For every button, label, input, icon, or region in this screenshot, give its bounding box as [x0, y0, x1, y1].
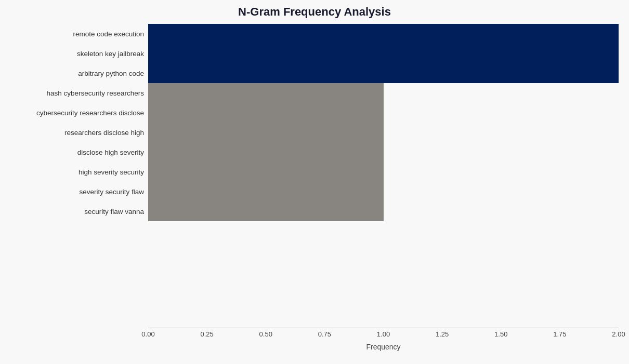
x-axis-line: [148, 328, 619, 328]
bar-label: skeleton key jailbreak: [10, 50, 148, 58]
bar-fill: [148, 201, 384, 221]
bar-label: high severity security: [10, 168, 148, 176]
bar-fill: [148, 142, 384, 162]
x-tick: 0.75: [318, 330, 331, 338]
bar-label: hash cybersecurity researchers: [10, 89, 148, 97]
bar-row: arbitrary python code: [10, 63, 619, 83]
x-tick: 0.50: [259, 330, 272, 338]
x-tick: 1.75: [553, 330, 566, 338]
bar-fill: [148, 63, 619, 83]
bar-row: cybersecurity researchers disclose: [10, 103, 619, 123]
x-axis-label: Frequency: [148, 343, 619, 351]
x-axis: 0.000.250.500.751.001.251.501.752.00 Fre…: [10, 328, 619, 354]
bar-fill: [148, 123, 384, 142]
bar-track: [148, 201, 619, 221]
bar-row: severity security flaw: [10, 182, 619, 201]
bar-fill: [148, 182, 384, 201]
x-tick: 0.25: [200, 330, 213, 338]
bar-label: security flaw vanna: [10, 208, 148, 215]
chart-container: N-Gram Frequency Analysis remote code ex…: [0, 0, 629, 364]
bar-label: cybersecurity researchers disclose: [10, 109, 148, 117]
x-tick: 0.00: [141, 330, 154, 338]
bar-track: [148, 83, 619, 103]
bar-track: [148, 63, 619, 83]
x-tick: 2.00: [612, 330, 625, 338]
x-ticks: 0.000.250.500.751.001.251.501.752.00: [148, 330, 619, 341]
bar-fill: [148, 24, 619, 44]
bar-track: [148, 24, 619, 44]
bar-track: [148, 103, 619, 123]
bar-row: researchers disclose high: [10, 123, 619, 142]
x-tick: 1.00: [377, 330, 390, 338]
bar-fill: [148, 103, 384, 123]
bar-label: arbitrary python code: [10, 70, 148, 77]
bar-fill: [148, 162, 384, 182]
bar-row: security flaw vanna: [10, 201, 619, 221]
bar-fill: [148, 44, 619, 63]
bars-section: remote code executionskeleton key jailbr…: [10, 24, 619, 221]
bar-row: high severity security: [10, 162, 619, 182]
chart-area: remote code executionskeleton key jailbr…: [10, 24, 619, 354]
bar-row: remote code execution: [10, 24, 619, 44]
bar-row: skeleton key jailbreak: [10, 44, 619, 63]
bar-label: researchers disclose high: [10, 129, 148, 137]
x-tick: 1.25: [436, 330, 449, 338]
bar-fill: [148, 83, 384, 103]
bar-label: severity security flaw: [10, 188, 148, 196]
bar-track: [148, 123, 619, 142]
bar-row: hash cybersecurity researchers: [10, 83, 619, 103]
bar-row: disclose high severity: [10, 142, 619, 162]
bar-track: [148, 182, 619, 201]
x-tick: 1.50: [494, 330, 507, 338]
bar-label: remote code execution: [10, 30, 148, 38]
bar-track: [148, 162, 619, 182]
bar-track: [148, 44, 619, 63]
bar-label: disclose high severity: [10, 149, 148, 156]
bars-wrapper: remote code executionskeleton key jailbr…: [10, 24, 619, 328]
chart-title: N-Gram Frequency Analysis: [10, 5, 619, 19]
bar-track: [148, 142, 619, 162]
